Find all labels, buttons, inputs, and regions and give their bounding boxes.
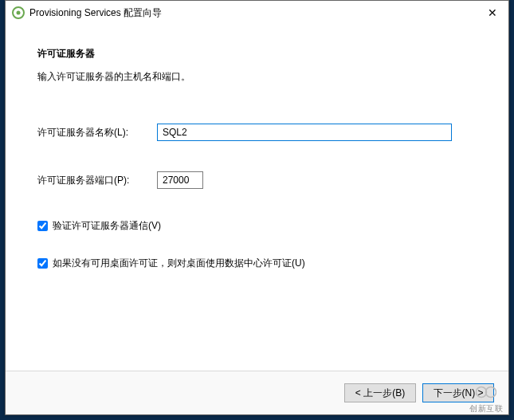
wizard-window: Provisioning Services 配置向导 ✕ 许可证服务器 输入许可… bbox=[5, 0, 509, 415]
next-button[interactable]: 下一步(N) > bbox=[422, 383, 494, 402]
label-validate-comm[interactable]: 验证许可证服务器通信(V) bbox=[53, 219, 161, 233]
label-server-name: 许可证服务器名称(L): bbox=[37, 126, 157, 139]
page-subtext: 输入许可证服务器的主机名和端口。 bbox=[37, 70, 477, 84]
label-fallback-license[interactable]: 如果没有可用桌面许可证，则对桌面使用数据中心许可证(U) bbox=[53, 257, 305, 270]
label-server-port: 许可证服务器端口(P): bbox=[37, 174, 157, 187]
close-icon: ✕ bbox=[488, 6, 497, 19]
wizard-footer: < 上一步(B) 下一步(N) > bbox=[6, 371, 508, 414]
wizard-body: 许可证服务器 输入许可证服务器的主机名和端口。 许可证服务器名称(L): 许可证… bbox=[6, 25, 508, 371]
close-button[interactable]: ✕ bbox=[477, 1, 508, 25]
window-title: Provisioning Services 配置向导 bbox=[29, 6, 477, 20]
row-validate-comm: 验证许可证服务器通信(V) bbox=[37, 219, 477, 233]
input-server-port[interactable] bbox=[157, 171, 203, 189]
titlebar: Provisioning Services 配置向导 ✕ bbox=[6, 1, 508, 25]
svg-point-1 bbox=[17, 11, 21, 15]
checkbox-validate-comm[interactable] bbox=[37, 221, 48, 231]
page-heading: 许可证服务器 bbox=[37, 47, 477, 61]
app-icon bbox=[12, 6, 25, 19]
checkbox-fallback-license[interactable] bbox=[37, 258, 48, 269]
back-button[interactable]: < 上一步(B) bbox=[344, 383, 416, 402]
row-server-port: 许可证服务器端口(P): bbox=[37, 171, 477, 189]
input-server-name[interactable] bbox=[157, 124, 452, 141]
row-fallback-license: 如果没有可用桌面许可证，则对桌面使用数据中心许可证(U) bbox=[37, 257, 477, 270]
row-server-name: 许可证服务器名称(L): bbox=[37, 124, 477, 141]
